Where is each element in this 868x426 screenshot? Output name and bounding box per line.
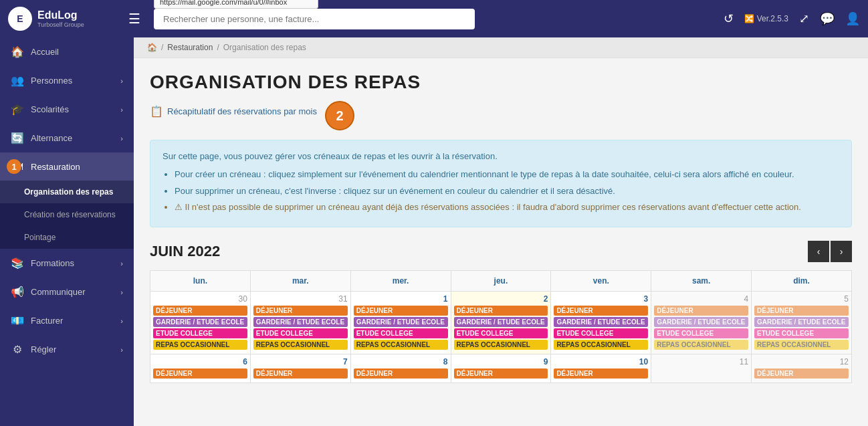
meal-tag[interactable]: DÉJEUNER <box>253 306 348 316</box>
calendar-cell[interactable]: 8DÉJEUNER <box>350 354 451 383</box>
meal-tag[interactable]: ETUDE COLLEGE <box>654 328 748 338</box>
calendar-cell[interactable]: 1DÉJEUNERGARDERIE / ETUDE ECOLEETUDE COL… <box>350 292 451 354</box>
recap-link[interactable]: 📋 Récapitulatif des réservations par moi… <box>150 105 317 118</box>
meal-tag[interactable]: ETUDE COLLEGE <box>454 328 548 338</box>
meal-tag[interactable]: ETUDE COLLEGE <box>554 328 648 338</box>
chevron-right-icon: › <box>120 288 123 296</box>
meal-tag[interactable]: ETUDE COLLEGE <box>754 328 849 338</box>
sidebar-item-restauration[interactable]: 1 🍽 Restauration <box>0 152 134 181</box>
calendar-cell[interactable]: 10DÉJEUNER <box>551 354 651 383</box>
day-number: 30 <box>153 294 247 304</box>
sidebar-item-pointage[interactable]: Pointage <box>0 226 134 249</box>
meal-tag[interactable]: DÉJEUNER <box>253 368 348 379</box>
hamburger-button[interactable]: ☰ <box>123 8 146 29</box>
sidebar-label-facturer: Facturer <box>31 316 63 326</box>
calendar-cell[interactable]: 5DÉJEUNERGARDERIE / ETUDE ECOLEETUDE COL… <box>752 292 852 354</box>
chevron-right-icon: › <box>120 106 123 114</box>
calendar-cell[interactable]: 6DÉJEUNER <box>150 354 251 383</box>
chevron-right-icon: › <box>120 346 123 354</box>
chevron-right-icon: › <box>120 134 123 142</box>
meal-tag[interactable]: DÉJEUNER <box>454 306 548 316</box>
meal-tag[interactable]: DÉJEUNER <box>153 306 247 316</box>
meal-tag[interactable]: GARDERIE / ETUDE ECOLE <box>654 317 748 327</box>
sidebar-item-personnes[interactable]: 👥 Personnes › <box>0 66 134 95</box>
home-icon: 🏠 <box>11 45 24 58</box>
breadcrumb-sep: / <box>161 43 163 52</box>
calendar-header: JUIN 2022 ‹ › <box>150 241 852 262</box>
sidebar-item-creation-des-reservations[interactable]: Création des réservations <box>0 203 134 226</box>
tooltip-box: Boîte de réception - clatrubesse@edulog.… <box>154 0 318 9</box>
meal-tag[interactable]: DÉJEUNER <box>554 368 648 379</box>
topnav: E EduLog Turboself Groupe ☰ Boîte de réc… <box>0 0 868 37</box>
info-bullet-3: ⚠ Il n'est pas possible de supprimer un … <box>175 201 839 215</box>
cal-prev-button[interactable]: ‹ <box>808 241 829 262</box>
meal-tag[interactable]: ETUDE COLLEGE <box>153 328 247 338</box>
calendar-cell[interactable]: 31DÉJEUNERGARDERIE / ETUDE ECOLEETUDE CO… <box>250 292 350 354</box>
logo-text: EduLog <box>37 9 78 21</box>
graduation-icon: 🎓 <box>11 103 24 116</box>
meal-tag[interactable]: DÉJEUNER <box>354 368 448 379</box>
search-input[interactable] <box>154 9 475 29</box>
history-icon[interactable]: ↺ <box>724 11 734 26</box>
meal-tag[interactable]: REPAS OCCASIONNEL <box>153 340 247 350</box>
persons-icon: 👥 <box>11 74 24 87</box>
calendar-cell[interactable]: 2DÉJEUNERGARDERIE / ETUDE ECOLEETUDE COL… <box>451 292 551 354</box>
meal-tag[interactable]: REPAS OCCASIONNEL <box>654 340 748 350</box>
meal-tag[interactable]: GARDERIE / ETUDE ECOLE <box>454 317 548 327</box>
meal-tag[interactable]: GARDERIE / ETUDE ECOLE <box>253 317 348 327</box>
meal-tag[interactable]: REPAS OCCASIONNEL <box>253 340 348 350</box>
meal-tag[interactable]: DÉJEUNER <box>153 368 247 379</box>
page-title: ORGANISATION DES REPAS <box>150 72 852 93</box>
calendar-cell[interactable]: 7DÉJEUNER <box>250 354 350 383</box>
calendar-cell[interactable]: 30DÉJEUNERGARDERIE / ETUDE ECOLEETUDE CO… <box>150 292 251 354</box>
meal-tag[interactable]: GARDERIE / ETUDE ECOLE <box>153 317 247 327</box>
meal-tag[interactable]: GARDERIE / ETUDE ECOLE <box>354 317 448 327</box>
day-number: 5 <box>754 294 849 304</box>
formations-icon: 📚 <box>11 257 24 270</box>
meal-tag[interactable]: REPAS OCCASIONNEL <box>754 340 849 350</box>
version-label: Ver.2.5.3 <box>757 14 788 23</box>
cal-next-button[interactable]: › <box>831 241 852 262</box>
sidebar-item-formations[interactable]: 📚 Formations › <box>0 249 134 278</box>
meal-tag[interactable]: DÉJEUNER <box>654 306 748 316</box>
breadcrumb-restauration[interactable]: Restauration <box>167 43 213 52</box>
sidebar-item-scolarites[interactable]: 🎓 Scolarités › <box>0 95 134 124</box>
user-icon[interactable]: 👤 <box>845 11 860 26</box>
sidebar-item-facturer[interactable]: 💶 Facturer › <box>0 306 134 335</box>
sidebar-item-regler[interactable]: ⚙ Régler › <box>0 335 134 364</box>
chat-icon[interactable]: 💬 <box>820 11 835 26</box>
meal-tag[interactable]: ETUDE COLLEGE <box>354 328 448 338</box>
sidebar-item-accueil[interactable]: 🏠 Accueil <box>0 37 134 66</box>
calendar-cell[interactable]: 4DÉJEUNERGARDERIE / ETUDE ECOLEETUDE COL… <box>651 292 752 354</box>
day-number: 3 <box>554 294 648 304</box>
calendar-cell[interactable]: 12DÉJEUNER <box>752 354 852 383</box>
calendar-day-header: jeu. <box>451 271 551 292</box>
alternance-icon: 🔄 <box>11 132 24 144</box>
table-icon: 📋 <box>150 105 163 118</box>
meal-tag[interactable]: DÉJEUNER <box>554 306 648 316</box>
calendar-cell[interactable]: 3DÉJEUNERGARDERIE / ETUDE ECOLEETUDE COL… <box>551 292 651 354</box>
calendar-nav: ‹ › <box>808 241 852 262</box>
day-number: 6 <box>153 357 247 366</box>
meal-tag[interactable]: GARDERIE / ETUDE ECOLE <box>554 317 648 327</box>
sidebar-label-scolarites: Scolarités <box>31 104 69 114</box>
meal-tag[interactable]: REPAS OCCASIONNEL <box>354 340 448 350</box>
day-number: 2 <box>454 294 548 304</box>
meal-tag[interactable]: ETUDE COLLEGE <box>253 328 348 338</box>
sidebar-item-organisation-des-repas[interactable]: Organisation des repas <box>0 181 134 203</box>
sidebar-item-alternance[interactable]: 🔄 Alternance › <box>0 124 134 152</box>
meal-tag[interactable]: DÉJEUNER <box>454 368 548 379</box>
calendar-cell[interactable]: 11 <box>651 354 752 383</box>
meal-tag[interactable]: DÉJEUNER <box>354 306 448 316</box>
calendar-month-title: JUIN 2022 <box>150 243 220 260</box>
expand-icon[interactable]: ⤢ <box>799 11 809 26</box>
sidebar-item-communiquer[interactable]: 📢 Communiquer › <box>0 278 134 306</box>
meal-tag[interactable]: DÉJEUNER <box>754 306 849 316</box>
meal-tag[interactable]: REPAS OCCASIONNEL <box>554 340 648 350</box>
calendar-cell[interactable]: 9DÉJEUNER <box>451 354 551 383</box>
meal-tag[interactable]: DÉJEUNER <box>754 368 849 379</box>
calendar-day-header: sam. <box>651 271 752 292</box>
meal-tag[interactable]: GARDERIE / ETUDE ECOLE <box>754 317 849 327</box>
sidebar: 🏠 Accueil 👥 Personnes › 🎓 Scolarités › 🔄… <box>0 37 134 426</box>
meal-tag[interactable]: REPAS OCCASIONNEL <box>454 340 548 350</box>
